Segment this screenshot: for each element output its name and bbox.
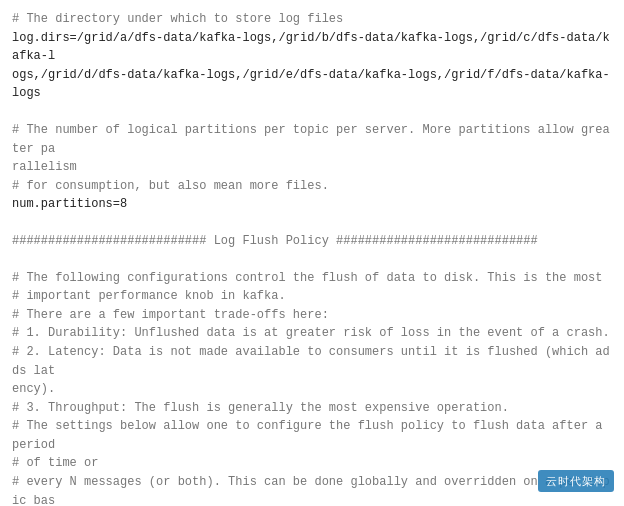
empty-line	[12, 103, 612, 121]
code-line: num.partitions=8	[12, 195, 612, 214]
comment-line: # There are a few important trade-offs h…	[12, 306, 612, 325]
comment-line: # for consumption, but also mean more fi…	[12, 177, 612, 196]
comment-line: ########################### Log Flush Po…	[12, 232, 612, 251]
code-line: ogs,/grid/d/dfs-data/kafka-logs,/grid/e/…	[12, 66, 612, 103]
comment-line: # 3. Throughput: The flush is generally …	[12, 399, 612, 418]
empty-line	[12, 251, 612, 269]
comment-line: # every N messages (or both). This can b…	[12, 473, 612, 506]
comment-line: # The settings below allow one to config…	[12, 417, 612, 454]
empty-line	[12, 214, 612, 232]
code-line: log.dirs=/grid/a/dfs-data/kafka-logs,/gr…	[12, 29, 612, 66]
comment-line: # The following configurations control t…	[12, 269, 612, 288]
comment-line: # The number of logical partitions per t…	[12, 121, 612, 158]
comment-line: # 1. Durability: Unflushed data is at gr…	[12, 324, 612, 343]
comment-line: rallelism	[12, 158, 612, 177]
comment-line: # important performance knob in kafka.	[12, 287, 612, 306]
comment-line: # The directory under which to store log…	[12, 10, 612, 29]
code-content: # The directory under which to store log…	[12, 10, 612, 506]
watermark: 云时代架构	[538, 470, 614, 493]
code-container: # The directory under which to store log…	[0, 0, 624, 506]
comment-line: # 2. Latency: Data is not made available…	[12, 343, 612, 380]
comment-line: # of time or	[12, 454, 612, 473]
comment-line: ency).	[12, 380, 612, 399]
